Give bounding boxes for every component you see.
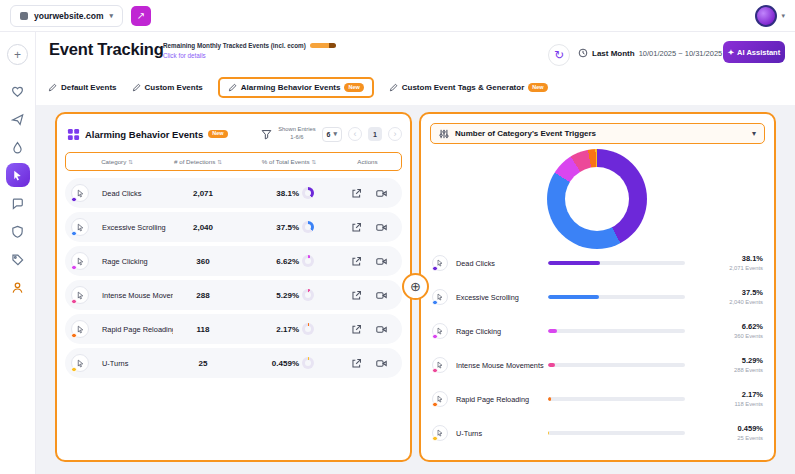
category-name: Rage Clicking bbox=[97, 257, 173, 266]
legend-bar-fill bbox=[548, 295, 599, 299]
chevron-down-icon: ▾ bbox=[109, 12, 113, 20]
category-name: Excessive Scrolling bbox=[97, 223, 173, 232]
chevron-right-icon: › bbox=[394, 130, 397, 139]
sidebar-item-campaigns[interactable] bbox=[6, 107, 30, 131]
table-row: U-Turns 25 0.459% bbox=[65, 348, 402, 378]
crosshair-icon: ⊕ bbox=[410, 279, 421, 294]
sidebar-item-tags[interactable] bbox=[6, 247, 30, 271]
detections-value: 360 bbox=[173, 257, 233, 266]
droplet-icon bbox=[11, 141, 24, 154]
sidebar-item-event-tracking[interactable] bbox=[6, 163, 30, 187]
column-header-actions: Actions bbox=[322, 158, 413, 165]
tab-default-events[interactable]: Default Events bbox=[48, 83, 117, 92]
tab-custom-events[interactable]: Custom Events bbox=[132, 83, 203, 92]
sort-icon: ⇅ bbox=[312, 159, 317, 165]
column-header-detections[interactable]: # of Detections⇅ bbox=[168, 158, 228, 165]
watch-recordings-button[interactable] bbox=[372, 286, 390, 304]
sparkle-icon: ✦ bbox=[728, 48, 734, 57]
site-selector[interactable]: yourwebsite.com ▾ bbox=[10, 5, 123, 27]
chevron-left-icon: ‹ bbox=[354, 130, 357, 139]
legend-percent: 38.1% bbox=[699, 254, 763, 265]
category-color-dot bbox=[71, 299, 77, 305]
date-range-selector[interactable]: Last Month 10/01/2025 ~ 10/31/2025 ▾ bbox=[578, 48, 730, 58]
watch-recordings-button[interactable] bbox=[372, 320, 390, 338]
percent-arc bbox=[302, 187, 314, 199]
filter-button[interactable] bbox=[261, 129, 272, 140]
open-details-button[interactable] bbox=[347, 252, 365, 270]
open-site-button[interactable]: ↗ bbox=[131, 6, 151, 26]
table-row: Excessive Scrolling 2,040 37.5% bbox=[65, 212, 402, 242]
ai-assistant-button[interactable]: ✦ AI Assistant bbox=[723, 41, 785, 63]
chat-icon bbox=[11, 197, 24, 210]
legend-label: Rage Clicking bbox=[452, 327, 548, 336]
open-details-button[interactable] bbox=[347, 354, 365, 372]
sidebar-item-privacy[interactable] bbox=[6, 219, 30, 243]
plus-icon: + bbox=[14, 48, 21, 62]
cursor-click-icon bbox=[11, 169, 24, 182]
percent-arc bbox=[302, 255, 314, 267]
legend-bar bbox=[548, 329, 685, 333]
open-details-button[interactable] bbox=[347, 218, 365, 236]
legend-item: U-Turns 0.459%25 Events bbox=[432, 419, 763, 447]
legend-events: 2,040 Events bbox=[699, 298, 763, 306]
watch-recordings-button[interactable] bbox=[372, 252, 390, 270]
table-header-row: Category⇅ # of Detections⇅ % of Total Ev… bbox=[65, 152, 402, 171]
click-for-details-link[interactable]: Click for details bbox=[163, 52, 336, 59]
tag-icon bbox=[11, 253, 24, 266]
legend-bar-fill bbox=[548, 261, 600, 265]
category-color-dot bbox=[71, 333, 77, 339]
tab-label: Custom Event Tags & Generator bbox=[402, 83, 525, 92]
sliders-icon bbox=[439, 129, 449, 139]
legend-events: 360 Events bbox=[699, 332, 763, 340]
open-details-button[interactable] bbox=[347, 184, 365, 202]
open-details-button[interactable] bbox=[347, 320, 365, 338]
page-size-select[interactable]: 6 ▾ bbox=[322, 127, 342, 142]
open-details-button[interactable] bbox=[347, 286, 365, 304]
avatar[interactable] bbox=[755, 5, 777, 27]
percent-arc bbox=[302, 323, 314, 335]
legend-bar bbox=[548, 397, 685, 401]
watch-recordings-button[interactable] bbox=[372, 354, 390, 372]
tab-alarming-behavior-events[interactable]: Alarming Behavior Events bbox=[228, 83, 341, 92]
category-color-dot bbox=[432, 266, 438, 272]
chart-metric-dropdown[interactable]: Number of Category's Event Triggers ▾ bbox=[430, 123, 765, 144]
detections-value: 25 bbox=[173, 359, 233, 368]
sort-icon: ⇅ bbox=[128, 159, 133, 165]
legend-events: 288 Events bbox=[699, 366, 763, 374]
watch-recordings-button[interactable] bbox=[372, 218, 390, 236]
legend-item: Rapid Page Reloading 2.17%118 Events bbox=[432, 385, 763, 413]
legend-bar bbox=[548, 431, 685, 435]
legend-percent: 2.17% bbox=[699, 390, 763, 401]
sidebar-item-recordings[interactable] bbox=[6, 135, 30, 159]
legend-item: Rage Clicking 6.62%360 Events bbox=[432, 317, 763, 345]
chevron-down-icon[interactable]: ▾ bbox=[781, 12, 785, 20]
legend-bar bbox=[548, 363, 685, 367]
tab-label: Default Events bbox=[61, 83, 117, 92]
tab-bar: Default Events Custom Events Alarming Be… bbox=[48, 77, 548, 98]
sidebar-item-feedback[interactable] bbox=[6, 191, 30, 215]
column-header-category[interactable]: Category⇅ bbox=[66, 158, 168, 165]
refresh-button[interactable]: ↻ bbox=[548, 44, 570, 66]
percent-arc bbox=[302, 289, 314, 301]
watch-recordings-button[interactable] bbox=[372, 184, 390, 202]
sidebar-add-button[interactable]: + bbox=[7, 44, 28, 65]
pagination-prev-button[interactable]: ‹ bbox=[348, 127, 362, 141]
category-icon bbox=[432, 289, 448, 305]
table-row: Rapid Page Reloading 118 2.17% bbox=[65, 314, 402, 344]
pagination-next-button[interactable]: › bbox=[388, 127, 402, 141]
panel-resize-handle[interactable]: ⊕ bbox=[402, 273, 429, 300]
tab-custom-event-tags-generator[interactable]: Custom Event Tags & Generator New bbox=[389, 83, 548, 92]
sidebar-item-favorites[interactable] bbox=[6, 79, 30, 103]
new-badge: New bbox=[344, 83, 363, 92]
chevron-down-icon: ▾ bbox=[333, 130, 337, 138]
category-color-dot bbox=[432, 334, 438, 340]
sidebar-item-account[interactable] bbox=[6, 275, 30, 299]
category-name: U-Turns bbox=[97, 359, 173, 368]
percent-value: 5.29% bbox=[259, 291, 299, 300]
new-badge: New bbox=[208, 130, 227, 139]
pencil-icon bbox=[389, 83, 398, 92]
category-color-dot bbox=[71, 197, 77, 203]
legend-bar-fill bbox=[548, 431, 549, 435]
column-header-percent[interactable]: % of Total Events⇅ bbox=[248, 158, 330, 165]
remaining-events-label: Remaining Monthly Tracked Events (incl. … bbox=[163, 42, 306, 49]
